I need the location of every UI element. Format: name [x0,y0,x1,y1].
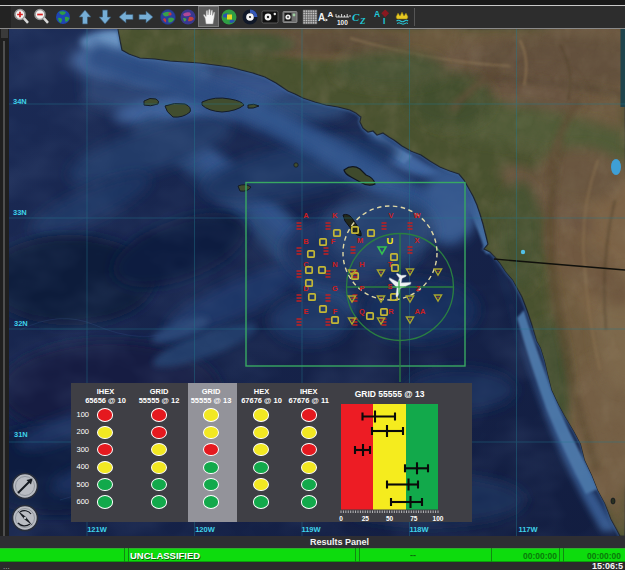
svg-text:50: 50 [386,515,394,522]
svg-text:AA: AA [415,307,426,316]
svg-text:32N: 32N [14,319,28,328]
svg-text:75: 75 [410,515,418,522]
svg-text:U: U [387,235,394,246]
svg-text:K: K [332,211,338,220]
svg-text:M: M [357,236,363,245]
svg-text:G: G [332,284,338,293]
svg-text:R: R [388,307,394,316]
svg-text:X: X [414,236,419,245]
svg-text:I: I [383,16,385,26]
svg-text:A: A [303,211,309,220]
svg-text:P: P [359,284,364,293]
svg-text:118W: 118W [409,525,429,534]
svg-text:121W: 121W [87,525,108,534]
svg-text:Z: Z [359,15,366,25]
svg-text:C: C [352,10,360,22]
svg-text:100: 100 [337,18,348,25]
svg-text:F: F [333,307,338,316]
svg-text:120W: 120W [195,525,216,534]
svg-text:100: 100 [433,515,444,522]
svg-text:W: W [413,211,421,220]
svg-text:B: B [303,237,309,246]
svg-text:N: N [332,260,337,269]
svg-text:117W: 117W [518,525,538,534]
svg-text:33N: 33N [13,208,27,217]
svg-text:Z: Z [416,284,421,293]
svg-text:31N: 31N [14,430,28,439]
svg-text:Q: Q [359,307,365,316]
svg-text:A: A [374,9,380,19]
svg-text:F: F [331,237,336,246]
svg-text:34N: 34N [13,97,27,106]
svg-text:A: A [318,12,325,23]
svg-text:0: 0 [339,515,343,522]
svg-text:119W: 119W [301,525,321,534]
svg-text:25: 25 [362,515,370,522]
svg-text:V: V [388,211,393,220]
svg-text:GRID 55555 @ 13: GRID 55555 @ 13 [355,389,425,399]
svg-text:H: H [359,260,364,269]
svg-text:E: E [303,307,308,316]
svg-text:A: A [328,10,334,19]
svg-text:S: S [387,282,392,291]
